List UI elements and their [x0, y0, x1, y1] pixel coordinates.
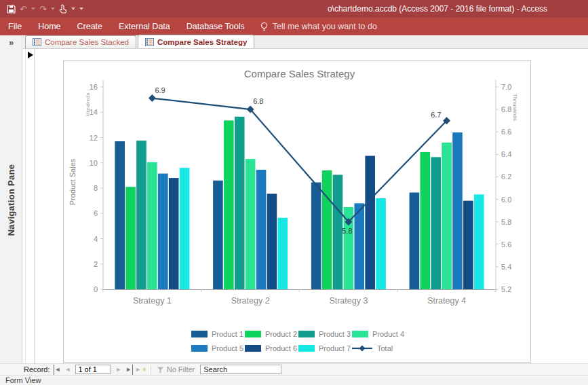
svg-text:12: 12	[90, 134, 98, 142]
svg-text:Product 6: Product 6	[265, 344, 297, 352]
access-window: ↶ ↷ o\chartdemo.accdb (Access 2007 - 201…	[0, 0, 588, 385]
lightbulb-icon	[260, 22, 269, 32]
previous-record-button[interactable]: ◄	[62, 365, 73, 375]
new-record-star-icon: ∗	[142, 366, 147, 373]
doc-tab-compare-sales-strategy[interactable]: Compare Sales Strategy	[138, 35, 254, 48]
svg-text:Compare Sales Strategy: Compare Sales Strategy	[244, 68, 355, 79]
chart-container: Compare Sales Strategy02468101214165.25.…	[63, 60, 531, 363]
navigation-pane-label: Navigation Pane	[6, 164, 16, 236]
record-selector-strip[interactable]	[25, 49, 35, 363]
svg-text:7.0: 7.0	[501, 83, 511, 91]
tab-home[interactable]: Home	[30, 18, 68, 35]
document-tab-bar: Compare Sales Stacked Compare Sales Stra…	[23, 35, 588, 49]
record-label: Record:	[24, 365, 50, 373]
doc-tab-label: Compare Sales Stacked	[45, 38, 129, 46]
svg-text:0: 0	[94, 285, 98, 293]
record-search-input[interactable]	[200, 365, 281, 374]
svg-text:8: 8	[94, 184, 98, 192]
svg-text:6.8: 6.8	[501, 105, 511, 113]
svg-text:Product 7: Product 7	[319, 344, 351, 352]
redo-dropdown-icon[interactable]	[51, 7, 55, 10]
svg-text:Product 4: Product 4	[372, 330, 404, 338]
svg-text:6.8: 6.8	[253, 97, 263, 105]
svg-text:6.7: 6.7	[431, 111, 441, 119]
svg-text:5.8: 5.8	[501, 218, 511, 226]
svg-text:Product 5: Product 5	[212, 344, 243, 352]
svg-text:6.2: 6.2	[501, 172, 511, 181]
tell-me-label: Tell me what you want to do	[273, 22, 377, 31]
ribbon-tab-row: File Home Create External Data Database …	[0, 18, 588, 35]
customize-qat-icon[interactable]	[79, 7, 83, 10]
svg-text:4: 4	[94, 235, 98, 243]
svg-text:6.9: 6.9	[155, 86, 165, 94]
doc-tab-label: Compare Sales Strategy	[157, 38, 247, 46]
svg-text:6: 6	[94, 209, 98, 217]
svg-text:5.2: 5.2	[501, 285, 511, 293]
current-record-arrow-icon	[28, 52, 33, 58]
svg-text:Product 1: Product 1	[212, 330, 243, 338]
undo-dropdown-icon[interactable]	[31, 7, 35, 10]
record-navigation-bar: Record: ◄ ◄ ► ► ► ∗ No Filter	[0, 363, 588, 375]
navigation-pane-collapsed[interactable]: » Navigation Pane	[0, 35, 22, 363]
svg-text:16: 16	[90, 83, 98, 91]
next-record-button[interactable]: ►	[113, 365, 123, 375]
form-icon	[33, 38, 41, 46]
undo-icon[interactable]: ↶	[20, 5, 27, 14]
filter-funnel-icon	[157, 366, 164, 373]
window-title: o\chartdemo.accdb (Access 2007 - 2016 fi…	[287, 0, 588, 18]
svg-text:5.6: 5.6	[501, 240, 511, 249]
touch-mode-icon[interactable]	[59, 4, 67, 14]
separator	[151, 365, 151, 374]
svg-text:6.4: 6.4	[501, 150, 511, 158]
svg-text:Product 2: Product 2	[265, 330, 297, 338]
touch-mode-dropdown-icon[interactable]	[71, 7, 75, 10]
form-icon	[145, 38, 154, 46]
svg-text:Strategy 1: Strategy 1	[133, 296, 172, 306]
save-icon[interactable]	[7, 5, 16, 14]
svg-text:Strategy 3: Strategy 3	[329, 296, 368, 306]
tab-database-tools[interactable]: Database Tools	[178, 18, 253, 35]
compare-sales-strategy-chart: Compare Sales Strategy02468101214165.25.…	[64, 61, 530, 362]
svg-text:5.8: 5.8	[342, 227, 352, 235]
record-position-box[interactable]	[75, 365, 111, 374]
tell-me-box[interactable]: Tell me what you want to do	[253, 22, 384, 32]
title-bar: ↶ ↷ o\chartdemo.accdb (Access 2007 - 201…	[0, 0, 588, 18]
status-bar: Form View	[0, 375, 588, 385]
redo-icon[interactable]: ↷	[39, 5, 47, 14]
svg-text:Total: Total	[377, 344, 393, 352]
tab-file[interactable]: File	[0, 18, 30, 35]
doc-tab-compare-sales-stacked[interactable]: Compare Sales Stacked	[25, 35, 136, 48]
svg-text:Strategy 4: Strategy 4	[427, 296, 466, 306]
svg-text:Strategy 2: Strategy 2	[231, 296, 270, 306]
svg-text:Product 3: Product 3	[319, 330, 351, 338]
view-status-text: Form View	[5, 376, 41, 384]
svg-text:6.6: 6.6	[501, 128, 511, 136]
svg-text:5.4: 5.4	[501, 263, 511, 271]
svg-text:10: 10	[90, 159, 98, 167]
svg-text:Thousands: Thousands	[512, 94, 518, 121]
svg-text:2: 2	[94, 260, 98, 268]
svg-text:Hundreds: Hundreds	[85, 93, 91, 117]
svg-text:Product Sales: Product Sales	[68, 158, 77, 205]
tab-create[interactable]: Create	[69, 18, 111, 35]
last-record-button[interactable]: ►	[123, 365, 133, 375]
svg-text:6.0: 6.0	[501, 196, 511, 204]
navigation-pane-label-wrap: Navigation Pane	[0, 36, 22, 364]
quick-access-toolbar: ↶ ↷	[0, 4, 83, 14]
first-record-button[interactable]: ◄	[54, 365, 63, 375]
no-filter-button[interactable]: No Filter	[167, 365, 195, 373]
form-view-area: Compare Sales Strategy02468101214165.25.…	[23, 49, 588, 363]
tab-external-data[interactable]: External Data	[111, 18, 178, 35]
